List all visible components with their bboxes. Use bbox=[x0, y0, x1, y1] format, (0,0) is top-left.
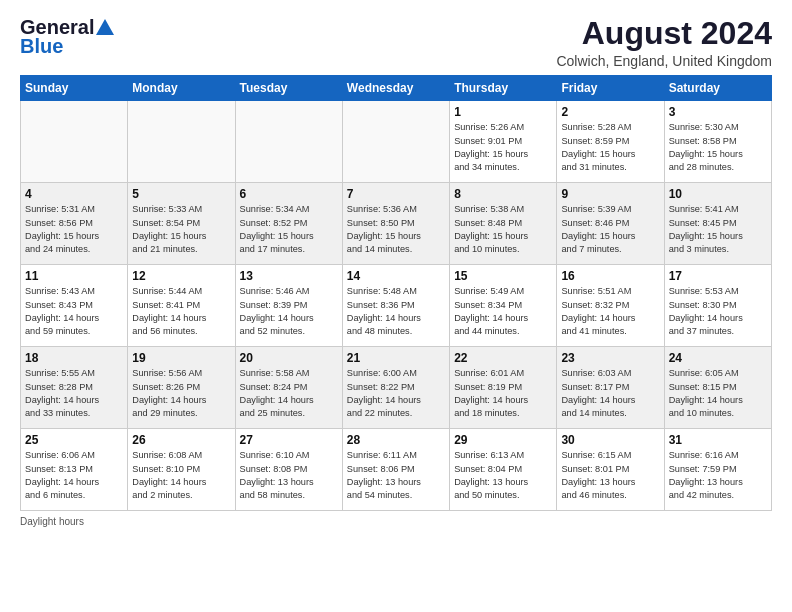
location: Colwich, England, United Kingdom bbox=[556, 53, 772, 69]
day-detail: Sunrise: 6:00 AM Sunset: 8:22 PM Dayligh… bbox=[347, 367, 445, 420]
day-cell bbox=[235, 101, 342, 183]
day-detail: Sunrise: 5:26 AM Sunset: 9:01 PM Dayligh… bbox=[454, 121, 552, 174]
day-cell: 3Sunrise: 5:30 AM Sunset: 8:58 PM Daylig… bbox=[664, 101, 771, 183]
day-number: 15 bbox=[454, 269, 552, 283]
day-detail: Sunrise: 5:28 AM Sunset: 8:59 PM Dayligh… bbox=[561, 121, 659, 174]
day-detail: Sunrise: 5:30 AM Sunset: 8:58 PM Dayligh… bbox=[669, 121, 767, 174]
day-cell: 15Sunrise: 5:49 AM Sunset: 8:34 PM Dayli… bbox=[450, 265, 557, 347]
day-detail: Sunrise: 5:41 AM Sunset: 8:45 PM Dayligh… bbox=[669, 203, 767, 256]
day-detail: Sunrise: 5:36 AM Sunset: 8:50 PM Dayligh… bbox=[347, 203, 445, 256]
day-cell: 17Sunrise: 5:53 AM Sunset: 8:30 PM Dayli… bbox=[664, 265, 771, 347]
col-header-monday: Monday bbox=[128, 76, 235, 101]
day-cell: 20Sunrise: 5:58 AM Sunset: 8:24 PM Dayli… bbox=[235, 347, 342, 429]
day-number: 17 bbox=[669, 269, 767, 283]
day-detail: Sunrise: 6:03 AM Sunset: 8:17 PM Dayligh… bbox=[561, 367, 659, 420]
day-detail: Sunrise: 5:58 AM Sunset: 8:24 PM Dayligh… bbox=[240, 367, 338, 420]
col-header-friday: Friday bbox=[557, 76, 664, 101]
day-detail: Sunrise: 5:38 AM Sunset: 8:48 PM Dayligh… bbox=[454, 203, 552, 256]
day-number: 24 bbox=[669, 351, 767, 365]
day-number: 30 bbox=[561, 433, 659, 447]
day-cell: 21Sunrise: 6:00 AM Sunset: 8:22 PM Dayli… bbox=[342, 347, 449, 429]
day-cell: 25Sunrise: 6:06 AM Sunset: 8:13 PM Dayli… bbox=[21, 429, 128, 511]
col-header-thursday: Thursday bbox=[450, 76, 557, 101]
day-cell: 27Sunrise: 6:10 AM Sunset: 8:08 PM Dayli… bbox=[235, 429, 342, 511]
col-header-tuesday: Tuesday bbox=[235, 76, 342, 101]
day-detail: Sunrise: 6:01 AM Sunset: 8:19 PM Dayligh… bbox=[454, 367, 552, 420]
day-detail: Sunrise: 5:48 AM Sunset: 8:36 PM Dayligh… bbox=[347, 285, 445, 338]
col-header-sunday: Sunday bbox=[21, 76, 128, 101]
day-number: 10 bbox=[669, 187, 767, 201]
day-number: 25 bbox=[25, 433, 123, 447]
day-number: 28 bbox=[347, 433, 445, 447]
footer-note: Daylight hours bbox=[20, 516, 772, 527]
day-number: 1 bbox=[454, 105, 552, 119]
day-number: 19 bbox=[132, 351, 230, 365]
day-cell: 2Sunrise: 5:28 AM Sunset: 8:59 PM Daylig… bbox=[557, 101, 664, 183]
day-detail: Sunrise: 6:10 AM Sunset: 8:08 PM Dayligh… bbox=[240, 449, 338, 502]
logo-blue: Blue bbox=[20, 35, 63, 58]
day-cell: 28Sunrise: 6:11 AM Sunset: 8:06 PM Dayli… bbox=[342, 429, 449, 511]
day-cell: 1Sunrise: 5:26 AM Sunset: 9:01 PM Daylig… bbox=[450, 101, 557, 183]
day-number: 22 bbox=[454, 351, 552, 365]
week-row-3: 11Sunrise: 5:43 AM Sunset: 8:43 PM Dayli… bbox=[21, 265, 772, 347]
day-cell: 18Sunrise: 5:55 AM Sunset: 8:28 PM Dayli… bbox=[21, 347, 128, 429]
day-cell bbox=[128, 101, 235, 183]
day-number: 12 bbox=[132, 269, 230, 283]
day-detail: Sunrise: 5:56 AM Sunset: 8:26 PM Dayligh… bbox=[132, 367, 230, 420]
day-number: 8 bbox=[454, 187, 552, 201]
day-cell: 24Sunrise: 6:05 AM Sunset: 8:15 PM Dayli… bbox=[664, 347, 771, 429]
day-number: 20 bbox=[240, 351, 338, 365]
header: General Blue August 2024 Colwich, Englan… bbox=[20, 16, 772, 69]
day-number: 11 bbox=[25, 269, 123, 283]
day-number: 6 bbox=[240, 187, 338, 201]
col-header-wednesday: Wednesday bbox=[342, 76, 449, 101]
day-number: 7 bbox=[347, 187, 445, 201]
day-cell: 23Sunrise: 6:03 AM Sunset: 8:17 PM Dayli… bbox=[557, 347, 664, 429]
day-cell: 10Sunrise: 5:41 AM Sunset: 8:45 PM Dayli… bbox=[664, 183, 771, 265]
day-detail: Sunrise: 5:31 AM Sunset: 8:56 PM Dayligh… bbox=[25, 203, 123, 256]
day-cell: 8Sunrise: 5:38 AM Sunset: 8:48 PM Daylig… bbox=[450, 183, 557, 265]
day-cell: 7Sunrise: 5:36 AM Sunset: 8:50 PM Daylig… bbox=[342, 183, 449, 265]
title-block: August 2024 Colwich, England, United Kin… bbox=[556, 16, 772, 69]
week-row-1: 1Sunrise: 5:26 AM Sunset: 9:01 PM Daylig… bbox=[21, 101, 772, 183]
week-row-2: 4Sunrise: 5:31 AM Sunset: 8:56 PM Daylig… bbox=[21, 183, 772, 265]
day-detail: Sunrise: 6:08 AM Sunset: 8:10 PM Dayligh… bbox=[132, 449, 230, 502]
day-detail: Sunrise: 5:34 AM Sunset: 8:52 PM Dayligh… bbox=[240, 203, 338, 256]
day-detail: Sunrise: 5:39 AM Sunset: 8:46 PM Dayligh… bbox=[561, 203, 659, 256]
day-detail: Sunrise: 5:33 AM Sunset: 8:54 PM Dayligh… bbox=[132, 203, 230, 256]
day-detail: Sunrise: 5:51 AM Sunset: 8:32 PM Dayligh… bbox=[561, 285, 659, 338]
day-cell bbox=[342, 101, 449, 183]
day-cell: 31Sunrise: 6:16 AM Sunset: 7:59 PM Dayli… bbox=[664, 429, 771, 511]
day-detail: Sunrise: 5:49 AM Sunset: 8:34 PM Dayligh… bbox=[454, 285, 552, 338]
day-detail: Sunrise: 6:16 AM Sunset: 7:59 PM Dayligh… bbox=[669, 449, 767, 502]
day-detail: Sunrise: 6:06 AM Sunset: 8:13 PM Dayligh… bbox=[25, 449, 123, 502]
logo: General Blue bbox=[20, 16, 116, 58]
day-detail: Sunrise: 5:44 AM Sunset: 8:41 PM Dayligh… bbox=[132, 285, 230, 338]
header-row: SundayMondayTuesdayWednesdayThursdayFrid… bbox=[21, 76, 772, 101]
day-cell: 16Sunrise: 5:51 AM Sunset: 8:32 PM Dayli… bbox=[557, 265, 664, 347]
day-detail: Sunrise: 6:13 AM Sunset: 8:04 PM Dayligh… bbox=[454, 449, 552, 502]
day-cell: 30Sunrise: 6:15 AM Sunset: 8:01 PM Dayli… bbox=[557, 429, 664, 511]
day-cell: 6Sunrise: 5:34 AM Sunset: 8:52 PM Daylig… bbox=[235, 183, 342, 265]
day-number: 14 bbox=[347, 269, 445, 283]
day-number: 21 bbox=[347, 351, 445, 365]
day-cell: 19Sunrise: 5:56 AM Sunset: 8:26 PM Dayli… bbox=[128, 347, 235, 429]
page: General Blue August 2024 Colwich, Englan… bbox=[0, 0, 792, 537]
day-cell bbox=[21, 101, 128, 183]
day-cell: 11Sunrise: 5:43 AM Sunset: 8:43 PM Dayli… bbox=[21, 265, 128, 347]
day-number: 23 bbox=[561, 351, 659, 365]
day-number: 5 bbox=[132, 187, 230, 201]
day-cell: 9Sunrise: 5:39 AM Sunset: 8:46 PM Daylig… bbox=[557, 183, 664, 265]
day-cell: 12Sunrise: 5:44 AM Sunset: 8:41 PM Dayli… bbox=[128, 265, 235, 347]
day-number: 2 bbox=[561, 105, 659, 119]
calendar-table: SundayMondayTuesdayWednesdayThursdayFrid… bbox=[20, 75, 772, 511]
week-row-4: 18Sunrise: 5:55 AM Sunset: 8:28 PM Dayli… bbox=[21, 347, 772, 429]
day-detail: Sunrise: 5:43 AM Sunset: 8:43 PM Dayligh… bbox=[25, 285, 123, 338]
day-number: 27 bbox=[240, 433, 338, 447]
day-cell: 14Sunrise: 5:48 AM Sunset: 8:36 PM Dayli… bbox=[342, 265, 449, 347]
day-cell: 5Sunrise: 5:33 AM Sunset: 8:54 PM Daylig… bbox=[128, 183, 235, 265]
day-number: 13 bbox=[240, 269, 338, 283]
week-row-5: 25Sunrise: 6:06 AM Sunset: 8:13 PM Dayli… bbox=[21, 429, 772, 511]
svg-marker-0 bbox=[96, 19, 114, 35]
day-detail: Sunrise: 6:05 AM Sunset: 8:15 PM Dayligh… bbox=[669, 367, 767, 420]
